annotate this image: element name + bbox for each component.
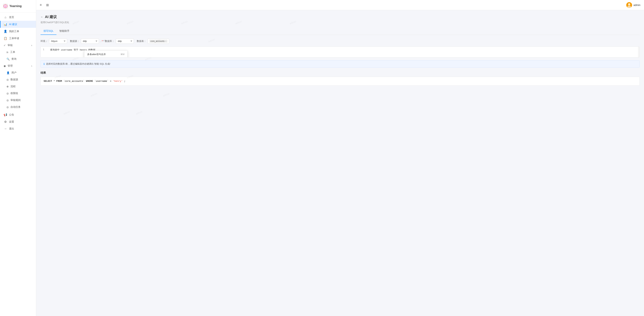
table-tag-input[interactable]: core_accounts ×	[148, 39, 169, 44]
info-icon: ℹ	[44, 62, 44, 65]
sidebar-item-notice[interactable]: 📢 公告	[0, 111, 36, 118]
context-menu: 多条alter语句合并 ⌘M 智能SQL生成 ⌘1 智能SQL优化建议 ⌘2 S…	[84, 50, 128, 57]
sidebar-item-auto[interactable]: ◎ 自动任务	[0, 104, 36, 111]
sidebar-item-perm-label: 权限组	[10, 92, 18, 95]
ctx-alter-merge[interactable]: 多条alter语句合并 ⌘M	[84, 51, 127, 57]
sidebar-item-logout[interactable]: → 退出	[0, 125, 36, 132]
topbar-left: ≡ ⊞	[40, 3, 49, 7]
svg-point-4	[628, 3, 630, 5]
sidebar-group-audit[interactable]: ✓ 审核 ∧	[0, 42, 36, 49]
topbar: ≡ ⊞ admin	[36, 0, 644, 10]
wm14: admin	[90, 92, 98, 97]
logo-icon	[3, 3, 8, 9]
sidebar-nav: ⌂ 首页 📊 AI 建议 👤 我的工单 📋 工单申请 ✓ 审核 ∧ fx	[0, 12, 36, 316]
table-tag-text: core_accounts	[150, 40, 164, 42]
settings-icon: ⚙	[4, 120, 7, 124]
database-label: * 数据库：	[102, 39, 114, 43]
env-select[interactable]: Aliyun	[49, 38, 67, 44]
ai-icon: 📊	[4, 22, 7, 26]
table-tag-close[interactable]: ×	[165, 40, 166, 42]
datasource-select[interactable]: ddp	[81, 38, 99, 44]
rule-icon: ◎	[6, 99, 9, 102]
sql-star: *	[54, 80, 56, 83]
tab-ai-assistant[interactable]: 智能助手	[56, 28, 72, 35]
sidebar-item-datasource-label: 数据源	[10, 78, 18, 81]
wm15: admin	[162, 92, 170, 97]
sql-select-keyword: SELECT	[44, 80, 52, 83]
sidebar-group-manage[interactable]: ◉ 管理 ∧	[0, 62, 36, 69]
sql-table: `core_accounts`	[63, 80, 86, 83]
back-button[interactable]: ←	[40, 15, 44, 19]
sidebar-item-flow[interactable]: ⊕ 流程	[0, 83, 36, 90]
tab-bar: 填写SQL 智能助手	[40, 28, 640, 35]
perm-icon: ◎	[6, 92, 9, 95]
datasource-icon: ◎	[6, 78, 9, 81]
sidebar-item-user[interactable]: 👤 用户	[0, 69, 36, 76]
table-label: 数据表：	[137, 39, 146, 43]
sidebar-item-workorder-child[interactable]: fx 工单	[0, 49, 36, 56]
editor-scrollbar[interactable]	[638, 47, 640, 57]
wm16: admin	[63, 110, 70, 115]
app-name: Yearning	[10, 4, 22, 8]
result-title: 结果	[40, 71, 640, 75]
manage-chevron-icon: ∧	[31, 65, 32, 67]
workorder-icon: 📋	[4, 37, 7, 40]
query-icon: 🔍	[6, 58, 10, 60]
menu-toggle-icon[interactable]: ≡	[40, 3, 42, 7]
user-icon: 👤	[6, 71, 10, 74]
page-subtitle: 使用ChatGPT进行SQL优化	[40, 21, 640, 24]
sidebar-group-manage-label: 管理	[8, 64, 13, 68]
username-label: admin	[634, 3, 640, 6]
sidebar-item-logout-label: 退出	[9, 127, 14, 130]
avatar-icon	[626, 2, 632, 8]
sql-condition: `username` =	[94, 80, 113, 83]
sql-editor[interactable]: 1 查询表中 username 等于 henry 的数据 多条alter语句合并…	[40, 47, 640, 57]
sql-from-keyword: FROM	[56, 80, 62, 83]
audit-chevron-icon: ∧	[31, 44, 32, 47]
datasource-group: 数据源： ddp	[70, 38, 99, 44]
wm17: admin	[135, 110, 143, 115]
page-title: AI 建议	[45, 14, 57, 19]
fx-icon: fx	[6, 51, 8, 54]
content: admin admin admin admin admin admin admi…	[36, 10, 644, 316]
table-group: 数据表： core_accounts ×	[137, 39, 169, 44]
sidebar-item-mytask-label: 我的工单	[9, 30, 19, 33]
sidebar-group-manage-left: ◉ 管理	[4, 64, 13, 68]
sidebar-item-ai[interactable]: 📊 AI 建议	[0, 21, 36, 28]
sidebar-group-audit-label: 审核	[8, 44, 13, 47]
sidebar-item-perm[interactable]: ◎ 权限组	[0, 90, 36, 97]
sidebar: Yearning ⌂ 首页 📊 AI 建议 👤 我的工单 📋 工单申请 ✓ 审核	[0, 0, 36, 316]
flow-icon: ⊕	[6, 85, 9, 88]
env-group: 环境： Aliyun	[40, 38, 67, 44]
sidebar-item-settings-label: 设置	[9, 120, 14, 124]
sidebar-item-workorder-label: 工单申请	[9, 37, 19, 40]
layout-toggle-icon[interactable]: ⊞	[46, 3, 49, 7]
tab-fill-sql[interactable]: 填写SQL	[40, 28, 56, 35]
sidebar-item-workorder[interactable]: 📋 工单申请	[0, 35, 36, 42]
sidebar-item-settings[interactable]: ⚙ 设置	[0, 118, 36, 125]
avatar	[626, 2, 632, 8]
info-box: ℹ 选择对应的数据库/表，通过编辑器内右键调出 智能 SQL 生成/	[40, 60, 640, 68]
manage-icon: ◉	[4, 64, 6, 67]
sidebar-item-mytask[interactable]: 👤 我的工单	[0, 28, 36, 35]
sidebar-item-notice-label: 公告	[9, 113, 14, 117]
sidebar-item-query[interactable]: 🔍 查询	[0, 56, 36, 62]
sidebar-item-user-label: 用户	[12, 71, 16, 74]
sql-value: 'henry'	[113, 80, 123, 83]
sidebar-item-auto-label: 自动任务	[10, 105, 20, 109]
sidebar-item-home[interactable]: ⌂ 首页	[0, 14, 36, 21]
database-group: * 数据库： ddp	[102, 38, 134, 44]
sidebar-item-datasource[interactable]: ◎ 数据源	[0, 76, 36, 83]
sql-where-keyword: WHERE	[86, 80, 93, 83]
sidebar-item-home-label: 首页	[9, 16, 14, 19]
mytask-icon: 👤	[4, 30, 7, 33]
sidebar-item-workorder-child-label: 工单	[10, 51, 15, 54]
env-label: 环境：	[40, 39, 48, 43]
datasource-label: 数据源：	[70, 39, 80, 43]
notice-icon: 📢	[4, 113, 7, 117]
result-section: 结果 SELECT * FROM `core_accounts` WHERE `…	[40, 71, 640, 86]
sidebar-item-rule[interactable]: ◎ 审核规则	[0, 97, 36, 104]
form-row: 环境： Aliyun 数据源： ddp * 数据库： ddp 数据表：	[40, 38, 640, 44]
database-select[interactable]: ddp	[116, 38, 134, 44]
home-icon: ⌂	[4, 16, 7, 19]
